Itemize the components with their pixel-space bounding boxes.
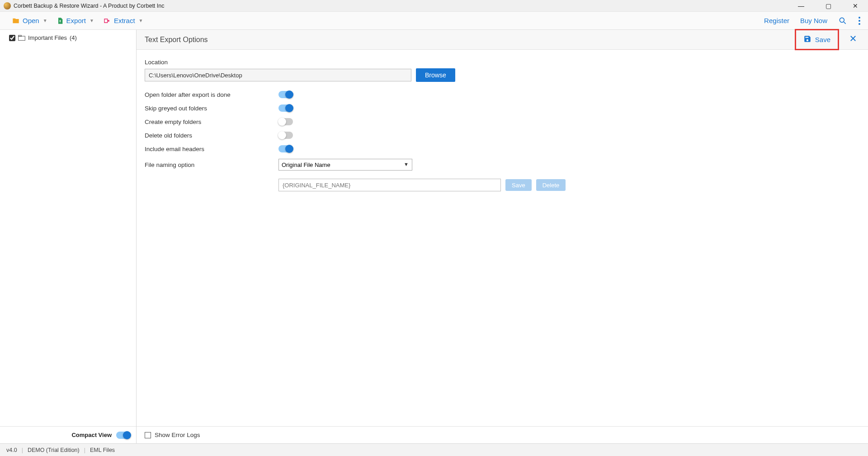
panel-title: Text Export Options <box>145 36 208 44</box>
caret-down-icon: ▼ <box>90 18 94 23</box>
svg-point-2 <box>859 17 860 19</box>
tree-item-important-files[interactable]: Important Files (4) <box>9 34 127 41</box>
app-title: Corbett Backup & Restore Wizard - A Prod… <box>14 3 164 9</box>
folder-tree: Important Files (4) <box>0 30 136 426</box>
save-highlight: Save <box>795 29 839 50</box>
close-window-icon[interactable]: ✕ <box>846 2 864 10</box>
option-label: Skip greyed out folders <box>145 105 278 112</box>
option-label: Create empty folders <box>145 119 278 125</box>
compact-view-bar: Compact View <box>0 426 136 443</box>
naming-delete-button[interactable]: Delete <box>536 179 566 191</box>
location-label: Location <box>145 59 860 66</box>
file-naming-row: File naming option Original File Name ▼ <box>145 159 860 171</box>
svg-point-0 <box>840 18 844 22</box>
naming-pattern-row: Save Delete <box>278 179 860 191</box>
search-icon[interactable] <box>838 16 847 25</box>
buy-now-link[interactable]: Buy Now <box>800 17 827 24</box>
export-label: Export <box>66 17 86 24</box>
file-naming-label: File naming option <box>145 162 278 168</box>
option-toggle-skip-greyed[interactable] <box>278 104 293 112</box>
location-group: Location Browse <box>145 59 860 82</box>
status-file-type: EML Files <box>90 447 115 453</box>
panel-footer: Show Error Logs <box>137 426 868 443</box>
file-export-icon <box>57 17 64 25</box>
maximize-icon[interactable]: ▢ <box>819 2 837 10</box>
option-open-folder: Open folder after export is done <box>145 91 860 98</box>
panel-actions: Save <box>795 29 860 50</box>
extract-icon <box>103 17 111 24</box>
close-panel-icon[interactable] <box>846 34 860 45</box>
caret-down-icon: ▼ <box>43 18 47 23</box>
more-menu-icon[interactable] <box>858 16 861 25</box>
svg-point-3 <box>859 20 860 22</box>
compact-view-label: Compact View <box>71 432 112 438</box>
status-separator: | <box>22 447 23 453</box>
open-button[interactable]: Open ▼ <box>7 14 52 27</box>
option-include-headers: Include email headers <box>145 145 860 152</box>
tree-item-checkbox[interactable] <box>9 35 15 41</box>
option-toggle-include-headers[interactable] <box>278 145 293 152</box>
option-toggle-create-empty[interactable] <box>278 118 293 125</box>
option-skip-greyed: Skip greyed out folders <box>145 104 860 112</box>
panel-body: Location Browse Open folder after export… <box>137 50 868 426</box>
svg-point-4 <box>859 23 860 25</box>
option-create-empty: Create empty folders <box>145 118 860 125</box>
show-error-logs-checkbox[interactable] <box>145 432 151 438</box>
window-controls: — ▢ ✕ <box>792 2 864 10</box>
svg-line-1 <box>844 22 846 24</box>
sidebar: Important Files (4) Compact View <box>0 30 137 443</box>
titlebar: Corbett Backup & Restore Wizard - A Prod… <box>0 0 868 12</box>
register-link[interactable]: Register <box>764 17 789 24</box>
compact-view-toggle[interactable] <box>116 432 131 439</box>
content: Text Export Options Save Lo <box>137 30 868 443</box>
pst-folder-icon <box>18 35 25 41</box>
option-label: Include email headers <box>145 146 278 152</box>
statusbar: v4.0 | DEMO (Trial Edition) | EML Files <box>0 443 868 456</box>
option-toggle-open-folder[interactable] <box>278 91 293 98</box>
folder-open-icon <box>12 17 20 24</box>
naming-save-button[interactable]: Save <box>505 179 532 191</box>
svg-rect-5 <box>19 36 25 40</box>
open-label: Open <box>23 17 39 24</box>
panel-header: Text Export Options Save <box>137 30 868 50</box>
minimize-icon[interactable]: — <box>792 2 810 10</box>
location-input[interactable] <box>145 69 411 81</box>
toolbar-right: Register Buy Now <box>764 16 861 25</box>
file-naming-select-wrap: Original File Name ▼ <box>278 159 412 171</box>
extract-label: Extract <box>114 17 135 24</box>
status-edition: DEMO (Trial Edition) <box>28 447 80 453</box>
app-icon <box>4 2 11 10</box>
option-delete-old: Delete old folders <box>145 132 860 139</box>
extract-button[interactable]: Extract ▼ <box>99 14 148 27</box>
export-button[interactable]: Export ▼ <box>52 14 99 28</box>
browse-button[interactable]: Browse <box>416 68 455 82</box>
status-separator: | <box>84 447 85 453</box>
show-error-logs-label: Show Error Logs <box>155 432 200 438</box>
option-label: Open folder after export is done <box>145 91 278 98</box>
option-label: Delete old folders <box>145 132 278 139</box>
toolbar: Open ▼ Export ▼ Extract ▼ Register Buy N… <box>0 12 868 30</box>
main: Important Files (4) Compact View Text Ex… <box>0 30 868 443</box>
save-button[interactable]: Save <box>797 31 837 48</box>
caret-down-icon: ▼ <box>139 18 143 23</box>
save-button-label: Save <box>815 36 830 43</box>
file-naming-select[interactable]: Original File Name <box>278 159 412 171</box>
naming-pattern-input[interactable] <box>278 179 501 191</box>
tree-item-label: Important Files <box>28 34 67 41</box>
status-version: v4.0 <box>6 447 17 453</box>
tree-item-count: (4) <box>70 34 77 41</box>
svg-rect-6 <box>19 35 22 37</box>
save-icon <box>803 35 811 44</box>
option-toggle-delete-old[interactable] <box>278 132 293 139</box>
